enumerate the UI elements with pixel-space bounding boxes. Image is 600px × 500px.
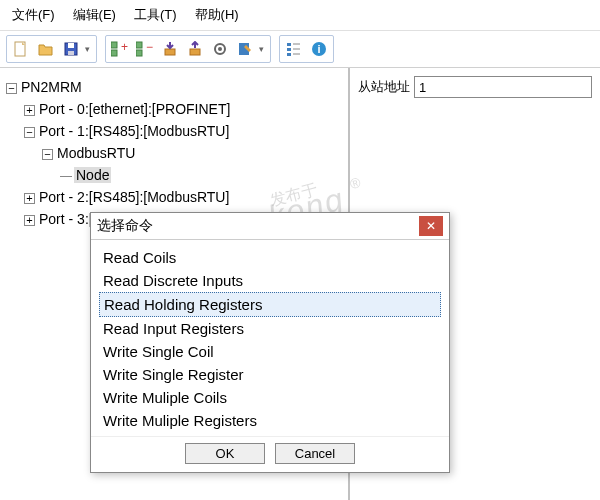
svg-text:+: + [121, 41, 128, 54]
svg-rect-10 [165, 49, 175, 55]
upload-button[interactable] [184, 38, 206, 60]
list-item[interactable]: Read Coils [99, 246, 441, 269]
tree-root[interactable]: PN2MRM [21, 79, 82, 95]
svg-rect-7 [136, 42, 142, 48]
list-item[interactable]: Write Single Register [99, 363, 441, 386]
toolbar-group-info: i [279, 35, 334, 63]
list-item[interactable]: Read Holding Registers [99, 292, 441, 317]
svg-rect-3 [68, 51, 74, 55]
remove-node-button[interactable]: − [134, 38, 156, 60]
save-file-button[interactable] [60, 38, 82, 60]
dialog-button-row: OK Cancel [91, 436, 449, 472]
cancel-button[interactable]: Cancel [275, 443, 355, 464]
dialog-titlebar: 选择命令 ✕ [91, 213, 449, 240]
tree-port0[interactable]: Port - 0:[ethernet]:[PROFINET] [39, 101, 230, 117]
svg-rect-8 [136, 50, 142, 56]
close-icon: ✕ [426, 219, 436, 233]
tree-node-selected[interactable]: Node [74, 167, 111, 183]
expand-icon[interactable]: + [24, 215, 35, 226]
toolbar: ▾ + − ▾ i [0, 31, 600, 68]
ok-button[interactable]: OK [185, 443, 265, 464]
slave-address-input[interactable] [414, 76, 592, 98]
open-file-button[interactable] [35, 38, 57, 60]
list-item[interactable]: Read Input Registers [99, 317, 441, 340]
menubar: 文件(F) 编辑(E) 工具(T) 帮助(H) [0, 0, 600, 31]
svg-rect-4 [111, 42, 117, 48]
svg-rect-16 [287, 48, 291, 51]
dropdown-icon[interactable]: ▾ [85, 44, 93, 54]
svg-rect-5 [111, 50, 117, 56]
svg-point-13 [218, 47, 222, 51]
svg-rect-2 [68, 43, 74, 48]
list-item[interactable]: Read Discrete Inputs [99, 269, 441, 292]
device-tree[interactable]: −PN2MRM +Port - 0:[ethernet]:[PROFINET] … [6, 76, 342, 230]
edit-button[interactable] [234, 38, 256, 60]
slave-address-label: 从站地址 [358, 78, 410, 96]
select-command-dialog: 选择命令 ✕ Read CoilsRead Discrete InputsRea… [90, 212, 450, 473]
dropdown-icon[interactable]: ▾ [259, 44, 267, 54]
tree-modbus[interactable]: ModbusRTU [57, 145, 135, 161]
settings-button[interactable] [209, 38, 231, 60]
svg-rect-11 [190, 49, 200, 55]
expand-icon[interactable]: + [24, 193, 35, 204]
toolbar-group-node: + − ▾ [105, 35, 271, 63]
tree-port2[interactable]: Port - 2:[RS485]:[ModbusRTU] [39, 189, 229, 205]
svg-text:i: i [317, 43, 320, 55]
new-file-button[interactable] [10, 38, 32, 60]
info-button[interactable]: i [308, 38, 330, 60]
svg-text:−: − [146, 41, 153, 54]
menu-file[interactable]: 文件(F) [12, 6, 55, 24]
collapse-icon[interactable]: − [42, 149, 53, 160]
toolbar-group-file: ▾ [6, 35, 97, 63]
command-list[interactable]: Read CoilsRead Discrete InputsRead Holdi… [91, 240, 449, 436]
tree-view-button[interactable] [283, 38, 305, 60]
tree-elbow-icon [60, 176, 72, 177]
svg-rect-17 [287, 53, 291, 56]
list-item[interactable]: Write Muliple Registers [99, 409, 441, 432]
list-item[interactable]: Write Muliple Coils [99, 386, 441, 409]
menu-help[interactable]: 帮助(H) [195, 6, 239, 24]
menu-tools[interactable]: 工具(T) [134, 6, 177, 24]
add-node-button[interactable]: + [109, 38, 131, 60]
download-button[interactable] [159, 38, 181, 60]
expand-icon[interactable]: + [24, 105, 35, 116]
list-item[interactable]: Write Single Coil [99, 340, 441, 363]
close-button[interactable]: ✕ [419, 216, 443, 236]
collapse-icon[interactable]: − [6, 83, 17, 94]
collapse-icon[interactable]: − [24, 127, 35, 138]
tree-port1[interactable]: Port - 1:[RS485]:[ModbusRTU] [39, 123, 229, 139]
menu-edit[interactable]: 编辑(E) [73, 6, 116, 24]
dialog-title-text: 选择命令 [97, 217, 153, 235]
svg-rect-15 [287, 43, 291, 46]
